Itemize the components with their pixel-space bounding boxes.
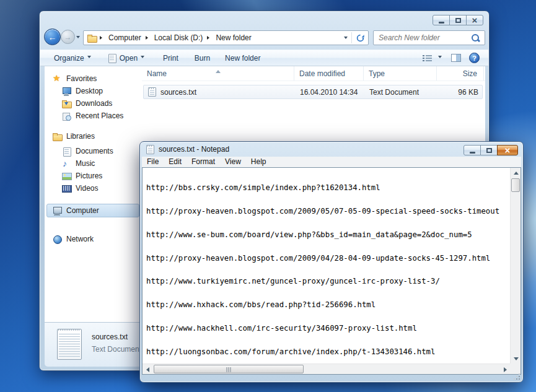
scroll-up-button[interactable]: [511, 168, 521, 178]
chevron-down-icon[interactable]: [438, 56, 442, 60]
text-line: http://proxy-heaven.blogspot.com/2009/04…: [146, 255, 510, 263]
search-box: [373, 30, 485, 45]
close-button[interactable]: [497, 145, 518, 155]
sidebar-item-documents[interactable]: Documents: [45, 145, 142, 157]
vertical-scrollbar-thumb[interactable]: [511, 178, 520, 192]
sidebar-item-libraries[interactable]: Libraries: [45, 130, 142, 142]
sidebar-label: Documents: [76, 147, 113, 155]
new-folder-button[interactable]: New folder: [221, 52, 264, 64]
notepad-text-area[interactable]: http://bbs.crsky.com/simple/index.php?t1…: [143, 168, 510, 364]
sidebar-label: Videos: [76, 184, 98, 193]
sidebar-item-pictures[interactable]: Pictures: [45, 170, 142, 182]
breadcrumb-local-disk-d[interactable]: Local Disk (D:): [153, 33, 204, 42]
menu-view[interactable]: View: [220, 157, 246, 167]
refresh-button[interactable]: [352, 31, 368, 45]
sidebar-item-network[interactable]: Network: [45, 233, 142, 245]
sidebar-item-downloads[interactable]: Downloads: [45, 97, 142, 110]
minimize-button[interactable]: [433, 15, 450, 25]
burn-button[interactable]: Burn: [191, 52, 214, 64]
videos-icon: [62, 184, 71, 193]
help-button[interactable]: [469, 53, 480, 63]
restore-icon: [486, 148, 492, 153]
minimize-icon: [439, 22, 444, 24]
sidebar-label: Pictures: [76, 172, 102, 180]
text-file-icon: [57, 329, 82, 360]
sidebar-label: Music: [76, 159, 95, 168]
folder-icon: [87, 33, 97, 43]
refresh-icon: [356, 34, 364, 42]
forward-button[interactable]: [61, 30, 75, 44]
scroll-left-button[interactable]: [143, 364, 152, 375]
print-button[interactable]: Print: [159, 52, 182, 64]
notepad-window-controls: [464, 145, 518, 155]
explorer-window-controls: [433, 15, 483, 25]
music-icon: [62, 159, 71, 168]
right-arrow-icon: [504, 367, 509, 372]
sidebar-item-computer[interactable]: Computer: [46, 204, 139, 217]
breadcrumb-separator-icon: [100, 36, 104, 40]
minimize-icon: [470, 152, 475, 154]
command-toolbar: Organize Open Print Burn New folder: [40, 50, 488, 66]
scroll-right-button[interactable]: [500, 364, 510, 375]
column-header-size[interactable]: Size: [437, 66, 484, 81]
sidebar-item-videos[interactable]: Videos: [45, 182, 142, 194]
navigation-pane: Favorites Desktop Downloads Recent Place…: [45, 66, 142, 322]
file-name: sources.txt: [160, 88, 196, 97]
menu-edit[interactable]: Edit: [164, 157, 187, 167]
address-bar[interactable]: Computer Local Disk (D:) New folder: [83, 30, 369, 45]
minimize-button[interactable]: [464, 145, 481, 155]
breadcrumb-new-folder[interactable]: New folder: [214, 33, 252, 42]
breadcrumb-computer[interactable]: Computer: [107, 33, 143, 42]
address-dropdown-button[interactable]: [340, 32, 351, 43]
down-arrow-icon: [64, 102, 68, 107]
address-bar-row: Computer Local Disk (D:) New folder: [40, 30, 489, 45]
organize-label: Organize: [54, 54, 84, 63]
search-input[interactable]: [374, 33, 471, 42]
down-arrow-icon: [514, 357, 519, 363]
text-line: http://www.turkiyemirc.net/guncel-proxy/…: [146, 277, 510, 285]
menu-format[interactable]: Format: [187, 157, 220, 167]
menu-help[interactable]: Help: [246, 157, 271, 167]
change-view-button[interactable]: [423, 54, 433, 62]
left-arrow-icon: [144, 367, 149, 372]
vertical-scrollbar[interactable]: [510, 168, 521, 364]
menu-file[interactable]: File: [142, 157, 164, 167]
sidebar-item-recent-places[interactable]: Recent Places: [45, 110, 142, 122]
back-button[interactable]: [44, 28, 61, 45]
sidebar-item-desktop[interactable]: Desktop: [45, 85, 142, 97]
sidebar-label: Favorites: [66, 74, 97, 83]
column-header-date-modified[interactable]: Date modified: [294, 66, 364, 81]
preview-pane-button[interactable]: [451, 54, 461, 62]
resize-grip[interactable]: [513, 373, 520, 380]
organize-button[interactable]: Organize: [50, 52, 95, 64]
text-line: http://www.se-bum.com/board/view.php?&bb…: [146, 231, 510, 239]
text-line: http://www.hackhell.com/irc-security/346…: [146, 324, 510, 333]
scroll-down-button[interactable]: [511, 354, 521, 364]
sidebar-item-music[interactable]: Music: [45, 157, 142, 170]
sidebar-label: Libraries: [66, 132, 95, 141]
table-row[interactable]: sources.txt 16.04.2010 14:34 Text Docume…: [143, 85, 483, 99]
chevron-down-icon: [344, 37, 348, 41]
horizontal-scrollbar-thumb[interactable]: [154, 365, 304, 373]
restore-button[interactable]: [480, 145, 498, 155]
notepad-icon: [146, 145, 154, 154]
close-button[interactable]: [466, 15, 483, 25]
burn-label: Burn: [195, 54, 210, 63]
notepad-menubar: File Edit Format View Help: [142, 157, 521, 167]
text-line: http://luongsonbac.com/forum/archive/ind…: [146, 348, 510, 356]
text-line: http://bbs.crsky.com/simple/index.php?t1…: [146, 184, 510, 192]
horizontal-scrollbar[interactable]: [143, 364, 510, 374]
search-icon[interactable]: [471, 33, 480, 43]
sidebar-label: Recent Places: [76, 111, 123, 120]
details-file-name: sources.txt: [92, 333, 128, 341]
file-type-cell: Text Document: [364, 88, 437, 97]
nav-history-dropdown[interactable]: [76, 36, 80, 40]
breadcrumb-separator-icon: [146, 36, 150, 40]
sidebar-item-favorites[interactable]: Favorites: [45, 72, 142, 85]
desktop-icon: [62, 87, 71, 96]
sidebar-label: Network: [66, 235, 94, 243]
column-header-type[interactable]: Type: [364, 66, 437, 81]
file-date-cell: 16.04.2010 14:34: [295, 88, 364, 97]
open-button[interactable]: Open: [103, 51, 148, 64]
restore-button[interactable]: [449, 15, 467, 25]
